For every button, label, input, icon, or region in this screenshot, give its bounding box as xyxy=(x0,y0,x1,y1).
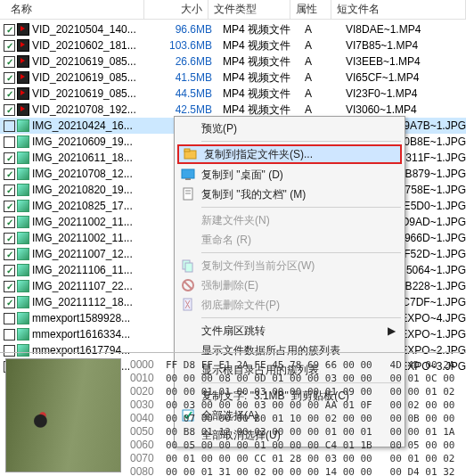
jpg-file-icon xyxy=(17,119,29,132)
jpg-file-icon xyxy=(17,296,29,308)
file-name: IMG_20210708_12... xyxy=(32,168,153,180)
row-checkbox[interactable] xyxy=(4,281,15,292)
menu-new-folder: 新建文件夹(N) xyxy=(176,210,403,230)
header-size[interactable]: 大小 xyxy=(144,0,208,19)
jpg-file-icon xyxy=(17,312,29,324)
menu-full-delete: 彻底删除文件(P) xyxy=(176,295,403,315)
delete-file-icon xyxy=(181,298,195,312)
documents-icon xyxy=(181,187,195,201)
file-name: VID_20210619_085... xyxy=(32,87,153,100)
menu-preview[interactable]: 预览(P) xyxy=(176,119,403,138)
mp4-file-icon xyxy=(17,55,29,68)
jpg-file-icon xyxy=(17,216,29,228)
row-checkbox[interactable] xyxy=(4,168,15,180)
folder-icon xyxy=(184,147,198,161)
column-header[interactable]: 名称 大小 文件类型 属性 短文件名 xyxy=(0,0,466,20)
file-row[interactable]: VID_20210619_085...26.6MBMP4 视频文件AVI3EEB… xyxy=(0,53,466,70)
jpg-file-icon xyxy=(17,184,29,196)
file-type: MP4 视频文件 xyxy=(217,86,299,102)
file-name: mmexport1616334... xyxy=(32,328,153,341)
menu-separator xyxy=(201,207,401,208)
row-checkbox[interactable] xyxy=(4,329,15,341)
header-name[interactable]: 名称 xyxy=(5,0,144,19)
file-name: IMG_20210609_19... xyxy=(32,135,153,148)
menu-copy-to-desktop[interactable]: 复制到 "桌面" (D) xyxy=(176,165,403,185)
mp4-file-icon xyxy=(17,71,29,84)
file-shortname: VI3060~1.MP4 xyxy=(340,103,417,116)
desktop-icon xyxy=(181,168,195,182)
row-checkbox[interactable] xyxy=(4,185,15,196)
file-type: MP4 视频文件 xyxy=(217,22,299,37)
menu-copy-to-folder[interactable]: 复制到指定文件夹(S)... xyxy=(177,144,402,164)
row-checkbox[interactable] xyxy=(4,120,15,132)
file-name: IMG_20211112_18... xyxy=(32,296,153,308)
file-attr: A xyxy=(299,87,340,100)
row-checkbox[interactable] xyxy=(4,201,15,212)
file-name: VID_20210602_181... xyxy=(32,39,153,52)
file-shortname: VI65CF~1.MP4 xyxy=(340,71,419,84)
header-type[interactable]: 文件类型 xyxy=(208,0,290,19)
row-checkbox[interactable] xyxy=(4,136,15,148)
jpg-file-icon xyxy=(17,264,29,276)
jpg-file-icon xyxy=(17,232,29,244)
row-checkbox[interactable] xyxy=(4,40,15,52)
row-checkbox[interactable] xyxy=(4,265,15,276)
file-row[interactable]: VID_20210619_085...44.5MBMP4 视频文件AVI23F0… xyxy=(0,86,466,102)
row-checkbox[interactable] xyxy=(4,313,15,324)
menu-rename: 重命名 (R) xyxy=(176,230,403,250)
row-checkbox[interactable] xyxy=(4,297,15,308)
file-name: IMG_20211106_11... xyxy=(32,264,153,276)
file-attr: A xyxy=(299,103,340,116)
file-attr: A xyxy=(299,71,340,84)
file-attr: A xyxy=(299,39,340,52)
file-attr: A xyxy=(299,55,340,68)
submenu-arrow-icon: ▶ xyxy=(388,324,396,337)
row-checkbox[interactable] xyxy=(4,56,15,68)
row-checkbox[interactable] xyxy=(4,152,15,164)
menu-corrupt-jump[interactable]: 文件扇区跳转▶ xyxy=(176,321,403,341)
file-name: IMG_20211002_11... xyxy=(32,232,153,244)
menu-separator xyxy=(201,252,401,253)
preview-pane: 0000 FF D8 FF E1 2A FE 45 78 69 66 00 00… xyxy=(0,352,466,476)
header-attr[interactable]: 属性 xyxy=(290,0,331,19)
file-name: IMG_20210820_19... xyxy=(32,184,153,196)
file-name: VID_20210708_192... xyxy=(32,103,153,116)
file-name: IMG_20210611_18... xyxy=(32,152,153,164)
row-checkbox[interactable] xyxy=(4,104,15,116)
copy-icon xyxy=(181,259,195,273)
file-name: VID_20210619_085... xyxy=(32,71,153,84)
row-checkbox[interactable] xyxy=(4,217,15,228)
file-type: MP4 视频文件 xyxy=(217,70,299,86)
file-size: 44.5MB xyxy=(153,87,217,100)
file-shortname: VI23F0~1.MP4 xyxy=(340,87,417,100)
menu-copy-to-front: 复制文件到当前分区(W) xyxy=(176,256,403,275)
mp4-file-icon xyxy=(17,87,29,100)
row-checkbox[interactable] xyxy=(4,88,15,100)
file-type: MP4 视频文件 xyxy=(217,54,299,70)
svg-rect-3 xyxy=(185,178,191,180)
hex-view: 0000 FF D8 FF E1 2A FE 45 78 69 66 00 00… xyxy=(127,353,466,476)
row-checkbox[interactable] xyxy=(4,24,15,36)
menu-separator xyxy=(201,317,401,318)
jpg-file-icon xyxy=(17,152,29,164)
svg-rect-2 xyxy=(182,169,194,178)
file-row[interactable]: VID_20210504_140...96.6MBMP4 视频文件AVI8DAE… xyxy=(0,21,466,37)
file-row[interactable]: VID_20210602_181...103.6MBMP4 视频文件AVI7B8… xyxy=(0,37,466,53)
menu-copy-to-docs[interactable]: 复制到 "我的文档" (M) xyxy=(176,185,403,204)
file-attr: A xyxy=(299,23,340,36)
file-size: 103.6MB xyxy=(153,39,217,52)
file-name: IMG_20210825_17... xyxy=(32,200,153,212)
file-shortname: VI7B85~1.MP4 xyxy=(340,39,418,52)
file-row[interactable]: VID_20210619_085...41.5MBMP4 视频文件AVI65CF… xyxy=(0,70,466,86)
file-name: IMG_20211107_22... xyxy=(32,280,153,292)
mp4-file-icon xyxy=(17,39,29,52)
header-short[interactable]: 短文件名 xyxy=(331,0,466,19)
row-checkbox[interactable] xyxy=(4,233,15,244)
menu-force-delete: 强制删除(E) xyxy=(176,275,403,295)
file-size: 26.6MB xyxy=(153,55,217,68)
row-checkbox[interactable] xyxy=(4,249,15,260)
mp4-file-icon xyxy=(17,103,29,116)
file-name: IMG_20211002_11... xyxy=(32,216,153,228)
file-name: VID_20210504_140... xyxy=(32,23,153,36)
row-checkbox[interactable] xyxy=(4,72,15,84)
